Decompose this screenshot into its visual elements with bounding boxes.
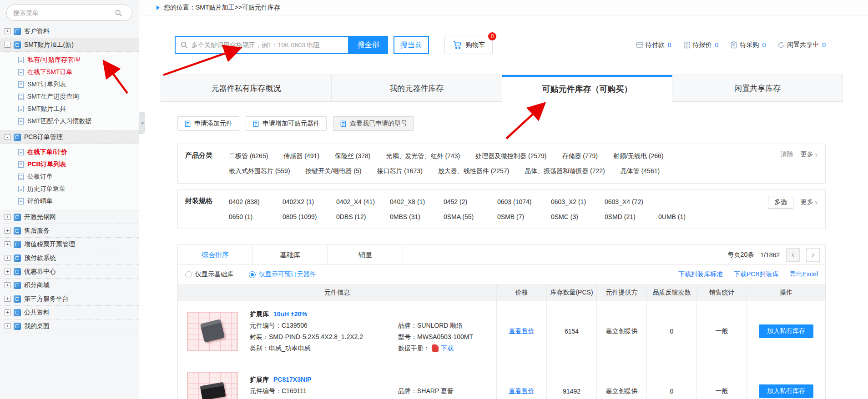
tab-1[interactable]: 我的元器件库存 xyxy=(332,75,502,102)
stat-value-link[interactable]: 0 xyxy=(715,41,719,49)
sidebar-item-4[interactable]: +售后服务 xyxy=(0,224,139,238)
sidebar-item-9[interactable]: +第三方服务平台 xyxy=(0,292,139,306)
view-price-link[interactable]: 查看售价 xyxy=(509,387,535,395)
action-button-0[interactable]: 申请添加元件 xyxy=(177,116,239,131)
component-name-link[interactable]: 10uH ±20% xyxy=(273,310,307,318)
filter-option[interactable]: 0452 (2) xyxy=(444,198,497,205)
display-option-0[interactable]: 仅显示基础库 xyxy=(185,270,233,279)
multi-select-button[interactable]: 多选 xyxy=(768,196,793,209)
sidebar-search-input[interactable] xyxy=(13,9,115,16)
package-more-button[interactable]: 更多∨ xyxy=(801,198,818,206)
expand-icon[interactable]: + xyxy=(5,296,10,302)
search-current-button[interactable]: 搜当前 xyxy=(394,36,429,54)
filter-option[interactable]: 处理器及微控制器 (2579) xyxy=(475,152,546,160)
sidebar-subitem[interactable]: 评价晒单 xyxy=(0,195,139,207)
next-page-button[interactable]: › xyxy=(806,248,820,262)
filter-option[interactable]: 接口芯片 (1673) xyxy=(377,167,422,175)
expand-icon[interactable]: + xyxy=(5,269,10,274)
tab-0[interactable]: 元器件私有库存概况 xyxy=(161,75,332,102)
filter-option[interactable]: 射频/无线电 (266) xyxy=(613,152,663,160)
sort-tab-2[interactable]: 销量 xyxy=(328,245,403,264)
filter-option[interactable]: 二极管 (6265) xyxy=(229,152,268,160)
component-search-input[interactable] xyxy=(192,41,343,49)
sidebar-item-6[interactable]: +预付款系统 xyxy=(0,251,139,265)
clear-filter-button[interactable]: 清除 xyxy=(781,150,793,159)
tab-2[interactable]: 可贴元件库存（可购买） xyxy=(502,75,673,102)
search-icon[interactable] xyxy=(115,9,122,17)
search-all-button[interactable]: 搜全部 xyxy=(349,36,388,54)
sidebar-item-8[interactable]: +积分商城 xyxy=(0,279,139,292)
collapse-icon[interactable]: - xyxy=(5,134,10,140)
filter-option[interactable]: 0603 (1074) xyxy=(497,198,551,205)
sidebar-subitem[interactable]: SMT匹配个人习惯数据 xyxy=(0,115,139,127)
filter-option[interactable]: 0SMD (21) xyxy=(605,213,658,220)
sidebar-subitem[interactable]: 在线下SMT订单 xyxy=(0,66,139,78)
filter-option[interactable]: 0402X2 (1) xyxy=(283,198,336,205)
display-option-1[interactable]: 仅显示可预订元器件 xyxy=(249,270,316,279)
sidebar-subitem[interactable]: 公板订单 xyxy=(0,170,139,183)
sidebar-subitem[interactable]: SMT订单列表 xyxy=(0,78,139,90)
filter-option[interactable]: 嵌入式外围芯片 (559) xyxy=(229,167,290,175)
expand-icon[interactable]: + xyxy=(5,282,10,288)
prev-page-button[interactable]: ‹ xyxy=(786,248,800,262)
sidebar-search-box[interactable] xyxy=(6,5,132,21)
view-price-link[interactable]: 查看售价 xyxy=(509,327,535,335)
sidebar-item-10[interactable]: +公共资料 xyxy=(0,306,139,319)
filter-option[interactable]: 0805 (1099) xyxy=(283,213,336,220)
expand-icon[interactable]: + xyxy=(5,28,10,34)
filter-option[interactable]: 0DBS (12) xyxy=(336,213,390,220)
component-name-link[interactable]: PC817X3NIP xyxy=(273,376,311,383)
cart-button[interactable]: 购物车 0 xyxy=(444,36,493,54)
stat-value-link[interactable]: 0 xyxy=(762,41,766,49)
filter-option[interactable]: 0650 (1) xyxy=(229,213,283,220)
expand-icon[interactable]: + xyxy=(5,228,10,234)
sidebar-item-11[interactable]: +我的桌面 xyxy=(0,319,139,333)
filter-option[interactable]: 0MBS (31) xyxy=(390,213,444,220)
filter-option[interactable]: 0603_X2 (1) xyxy=(551,198,605,205)
sort-tab-1[interactable]: 基础库 xyxy=(253,245,328,264)
category-more-button[interactable]: 更多∨ xyxy=(801,150,818,159)
filter-option[interactable]: 晶体、振荡器和谐振器 (722) xyxy=(525,167,605,175)
datasheet-download-link[interactable]: 下载 xyxy=(441,343,454,354)
add-to-private-inventory-button[interactable]: 加入私有库存 xyxy=(759,324,813,338)
sidebar-item-0[interactable]: +客户资料 xyxy=(0,25,139,38)
stat-value-link[interactable]: 0 xyxy=(668,41,671,49)
expand-icon[interactable]: + xyxy=(5,241,10,247)
sidebar-item-5[interactable]: +增值税票开票管理 xyxy=(0,238,139,251)
component-search-box[interactable] xyxy=(175,36,349,54)
radio-checked-icon[interactable] xyxy=(249,271,256,278)
sidebar-subitem[interactable]: PCB订单列表 xyxy=(0,158,139,170)
sidebar-item-1[interactable]: -SMT贴片加工(新) xyxy=(0,38,139,52)
tab-3[interactable]: 闲置共享库存 xyxy=(672,75,843,102)
filter-option[interactable]: 按键开关/继电器 (5) xyxy=(306,167,362,175)
add-to-private-inventory-button[interactable]: 加入私有库存 xyxy=(759,384,813,398)
filter-option[interactable]: 0SMC (3) xyxy=(551,213,605,220)
filter-option[interactable]: 0SMB (7) xyxy=(497,213,551,220)
filter-option[interactable]: 晶体管 (4561) xyxy=(621,167,660,175)
sidebar-collapse-handle[interactable]: ◀ xyxy=(139,112,145,134)
filter-option[interactable]: 0SMA (55) xyxy=(444,213,497,220)
filter-option[interactable]: 0402_X8 (1) xyxy=(390,198,444,205)
collapse-icon[interactable]: - xyxy=(5,42,10,48)
download-link-1[interactable]: 下载PCB封装库 xyxy=(734,270,779,279)
expand-icon[interactable]: + xyxy=(5,309,10,315)
sidebar-subitem[interactable]: SMT生产进度查询 xyxy=(0,90,139,103)
sidebar-subitem[interactable]: 历史订单返单 xyxy=(0,183,139,195)
filter-option[interactable]: 0402 (838) xyxy=(229,198,283,205)
sidebar-subitem[interactable]: 在线下单/计价 xyxy=(0,146,139,158)
filter-option[interactable]: 放大器、线性器件 (2257) xyxy=(438,167,509,175)
sidebar-item-2[interactable]: -PCB订单管理 xyxy=(0,130,139,144)
sidebar-item-3[interactable]: +开激光钢网 xyxy=(0,210,139,224)
action-button-1[interactable]: 申请增加可贴元器件 xyxy=(246,116,327,131)
sidebar-subitem[interactable]: SMT贴片工具 xyxy=(0,103,139,115)
filter-option[interactable]: 0402_X4 (41) xyxy=(336,198,390,205)
filter-option[interactable]: 光耦、发光管、红外 (743) xyxy=(386,152,460,160)
sidebar-subitem[interactable]: 私有/可贴库存管理 xyxy=(0,54,139,66)
filter-option[interactable]: 0603_X4 (72) xyxy=(605,198,658,205)
sidebar-item-7[interactable]: +优惠券中心 xyxy=(0,265,139,279)
filter-option[interactable]: 传感器 (491) xyxy=(283,152,319,160)
action-button-2[interactable]: 查看我已申请的型号 xyxy=(333,116,414,131)
radio-icon[interactable] xyxy=(185,271,192,278)
expand-icon[interactable]: + xyxy=(5,214,10,220)
download-link-0[interactable]: 下载封装库标准 xyxy=(678,270,723,279)
